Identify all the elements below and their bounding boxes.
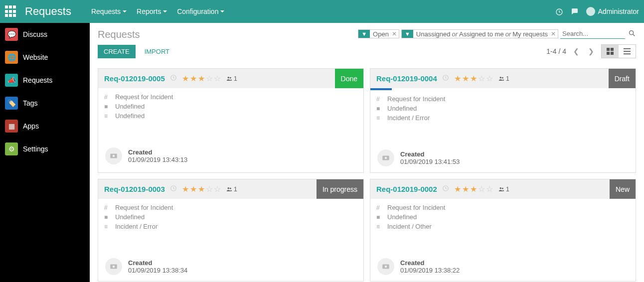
close-icon[interactable]: ✕	[551, 30, 556, 37]
topbar: Requests Requests Reports Configuration …	[0, 0, 644, 23]
card-title[interactable]: Req-012019-0004	[376, 74, 437, 83]
card-field3: Undefined	[115, 112, 145, 120]
card-header: Req-012019-0002 ★★★☆☆ 1 New	[370, 179, 636, 199]
card-body: #Request for Incident ■Undefined ≡Incide…	[370, 199, 636, 237]
created-label: Created	[128, 259, 187, 267]
sidebar-item-label: Apps	[23, 122, 39, 130]
menu-reports[interactable]: Reports	[137, 7, 167, 15]
star-icon[interactable]: ☆	[478, 74, 485, 83]
svg-point-15	[499, 76, 501, 78]
sidebar: 💬 Discuss 🌐 Website 📣 Requests 🏷️ Tags ▦…	[0, 23, 90, 282]
brand-title[interactable]: Requests	[25, 5, 71, 18]
star-icon[interactable]: ☆	[206, 74, 213, 83]
card-title[interactable]: Req-012019-0003	[104, 185, 165, 193]
funnel-icon: ▼	[402, 30, 413, 38]
request-card[interactable]: Req-012019-0002 ★★★☆☆ 1 New #Request for…	[370, 179, 636, 282]
status-badge: In progress	[317, 179, 363, 199]
priority-stars: ★★★☆☆	[454, 184, 493, 194]
sidebar-item-website[interactable]: 🌐 Website	[0, 46, 90, 69]
square-icon: ■	[376, 214, 383, 221]
svg-point-23	[113, 266, 115, 268]
sidebar-item-discuss[interactable]: 💬 Discuss	[0, 23, 90, 46]
star-icon[interactable]: ☆	[486, 74, 493, 83]
card-header: Req-012019-0003 ★★★☆☆ 1 In progress	[98, 179, 363, 199]
svg-point-10	[227, 76, 229, 78]
star-icon[interactable]: ★	[198, 74, 205, 83]
search-icon[interactable]	[628, 29, 636, 39]
lines-icon: ≡	[376, 223, 383, 230]
sidebar-item-label: Website	[23, 53, 48, 61]
lines-icon: ≡	[104, 223, 111, 230]
svg-point-25	[499, 187, 501, 189]
tags-icon: 🏷️	[5, 97, 18, 110]
card-body: #Request for Incident ■Undefined ≡Undefi…	[98, 88, 363, 127]
list-view-icon[interactable]	[619, 45, 636, 58]
created-label: Created	[128, 148, 187, 156]
activities-icon[interactable]	[555, 7, 563, 15]
search-area: ▼ Open ✕ ▼ Unassigned or Assigned to me …	[358, 29, 636, 39]
created-label: Created	[400, 150, 460, 158]
settings-icon: ⚙	[5, 142, 18, 155]
star-icon[interactable]: ★	[462, 74, 469, 83]
star-icon[interactable]: ☆	[478, 184, 485, 194]
apps-menu-icon[interactable]	[5, 5, 17, 17]
sidebar-item-tags[interactable]: 🏷️ Tags	[0, 92, 90, 115]
created-time: 01/09/2019 13:41:53	[400, 158, 460, 165]
star-icon[interactable]: ★	[462, 184, 469, 194]
page-title: Requests	[98, 29, 140, 40]
star-icon[interactable]: ★	[470, 74, 477, 83]
card-type: Request for Incident	[387, 204, 445, 211]
request-card[interactable]: Req-012019-0004 ★★★☆☆ 1 Draft #Request f…	[370, 68, 636, 173]
star-icon[interactable]: ☆	[214, 74, 221, 83]
request-card[interactable]: Req-012019-0003 ★★★☆☆ 1 In progress #Req…	[98, 179, 364, 282]
pager-next-icon[interactable]: ❯	[586, 45, 596, 57]
menu-requests[interactable]: Requests	[91, 7, 127, 15]
kanban-view-icon[interactable]	[602, 45, 619, 58]
svg-point-20	[227, 187, 229, 189]
card-title[interactable]: Req-012019-0005	[104, 74, 165, 83]
svg-rect-6	[624, 48, 631, 49]
star-icon[interactable]: ★	[190, 74, 197, 83]
menu-configuration[interactable]: Configuration	[177, 7, 224, 15]
card-field3: Incident / Error	[115, 223, 158, 230]
svg-point-28	[385, 266, 387, 268]
priority-stars: ★★★☆☆	[182, 184, 221, 194]
status-badge: New	[610, 179, 636, 199]
create-button[interactable]: CREATE	[98, 45, 136, 58]
svg-point-26	[502, 187, 503, 189]
star-icon[interactable]: ★	[454, 74, 461, 83]
sidebar-item-apps[interactable]: ▦ Apps	[0, 115, 90, 138]
star-icon[interactable]: ☆	[206, 184, 213, 194]
search-input[interactable]	[560, 29, 625, 39]
star-icon[interactable]: ★	[454, 184, 461, 194]
pager-prev-icon[interactable]: ❮	[571, 45, 581, 57]
star-icon[interactable]: ★	[182, 184, 189, 194]
import-button[interactable]: IMPORT	[145, 48, 169, 55]
users-badge: 1	[498, 185, 509, 193]
sidebar-item-settings[interactable]: ⚙ Settings	[0, 138, 90, 160]
user-menu[interactable]: Administrator	[586, 7, 639, 16]
request-card[interactable]: Req-012019-0005 ★★★☆☆ 1 Done #Request fo…	[98, 68, 364, 173]
caret-icon	[123, 10, 127, 12]
star-icon[interactable]: ★	[190, 184, 197, 194]
card-title[interactable]: Req-012019-0002	[376, 185, 437, 193]
filter-chip-assignment[interactable]: ▼ Unassigned or Assigned to me or My req…	[401, 29, 558, 38]
close-icon[interactable]: ✕	[392, 30, 397, 37]
sidebar-item-requests[interactable]: 📣 Requests	[0, 69, 90, 92]
star-icon[interactable]: ★	[182, 74, 189, 83]
star-icon[interactable]: ☆	[486, 184, 493, 194]
messages-icon[interactable]	[570, 7, 579, 16]
svg-point-18	[385, 157, 387, 159]
hash-icon: #	[104, 204, 111, 211]
filter-chip-open[interactable]: ▼ Open ✕	[358, 29, 399, 38]
creator-avatar	[105, 258, 122, 275]
pager-text: 1-4 / 4	[546, 47, 566, 55]
star-icon[interactable]: ☆	[214, 184, 221, 194]
star-icon[interactable]: ★	[198, 184, 205, 194]
creator-avatar	[105, 147, 122, 164]
star-icon[interactable]: ★	[470, 184, 477, 194]
lines-icon: ≡	[104, 113, 111, 120]
users-badge: 1	[226, 75, 237, 82]
funnel-icon: ▼	[358, 30, 370, 38]
requests-icon: 📣	[5, 74, 18, 87]
